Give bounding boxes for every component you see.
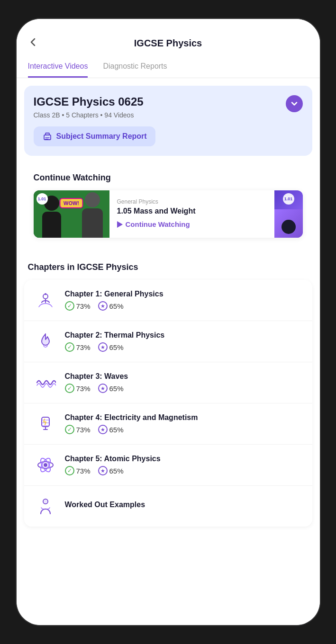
chapter-1-info: Chapter 1: General Physics ✓ 73% ★ 65% — [65, 290, 303, 311]
play-icon — [117, 221, 123, 228]
chapter-3-stats: ✓ 73% ★ 65% — [65, 384, 303, 393]
screen-content: IGCSE Physics Interactive Videos Diagnos… — [17, 19, 320, 625]
star-icon: ★ — [98, 301, 108, 311]
right-badge: 1.01 — [283, 193, 294, 205]
star-icon: ★ — [98, 384, 108, 393]
summary-report-label: Subject Summary Report — [56, 132, 147, 141]
video-title: 1.05 Mass and Weight — [117, 207, 267, 215]
chapter-item[interactable]: Chapter 1: General Physics ✓ 73% ★ 65% — [24, 280, 312, 321]
worked-examples-info: Worked Out Examples — [65, 501, 303, 512]
chapter-4-info: Chapter 4: Electricity and Magnetism ✓ 7… — [65, 413, 303, 434]
completion-stat: ✓ 73% — [65, 466, 91, 475]
chapter-3-icon — [34, 371, 57, 394]
video-badge: 1.01 — [36, 193, 48, 205]
chapter-1-stats: ✓ 73% ★ 65% — [65, 301, 303, 311]
check-icon: ✓ — [65, 342, 74, 352]
completion-stat: ✓ 73% — [65, 301, 91, 311]
course-dropdown-button[interactable] — [286, 95, 303, 112]
star-icon: ★ — [98, 342, 108, 352]
worked-examples-icon — [34, 494, 57, 518]
printer-icon — [42, 131, 53, 142]
page-title: IGCSE Physics — [134, 38, 202, 49]
chapter-4-icon — [34, 412, 57, 436]
star-icon: ★ — [98, 425, 108, 434]
chapter-4-stats: ✓ 73% ★ 65% — [65, 425, 303, 434]
completion-stat: ✓ 73% — [65, 384, 91, 393]
video-info: General Physics 1.05 Mass and Weight Con… — [109, 193, 274, 235]
tab-diagnostic-reports[interactable]: Diagnostic Reports — [103, 56, 167, 78]
continue-watching-section: Continue Watching — [24, 163, 312, 247]
score-stat: ★ 65% — [98, 384, 124, 393]
chapter-2-info: Chapter 2: Thermal Physics ✓ 73% ★ 65% — [65, 331, 303, 352]
score-stat: ★ 65% — [98, 466, 124, 475]
chapters-list: Chapter 1: General Physics ✓ 73% ★ 65% — [24, 280, 312, 527]
completion-stat: ✓ 73% — [65, 342, 91, 352]
chapter-1-icon — [34, 288, 57, 312]
svg-point-2 — [45, 293, 46, 295]
tabs-bar: Interactive Videos Diagnostic Reports — [17, 56, 320, 78]
chapter-3-name: Chapter 3: Waves — [65, 372, 303, 381]
video-thumbnail-right: 1.01 — [274, 190, 303, 238]
chapter-4-name: Chapter 4: Electricity and Magnetism — [65, 413, 303, 422]
phone-frame: IGCSE Physics Interactive Videos Diagnos… — [0, 0, 336, 644]
continue-watching-label: Continue Watching — [34, 173, 303, 183]
summary-report-button[interactable]: Subject Summary Report — [34, 126, 155, 146]
phone-screen: IGCSE Physics Interactive Videos Diagnos… — [17, 19, 320, 625]
course-header: IGCSE Physics 0625 Class 2B • 5 Chapters… — [34, 95, 303, 119]
check-icon: ✓ — [65, 384, 74, 393]
chapter-5-icon — [34, 453, 57, 477]
thumbnail-inner: WOW! 1.01 — [34, 190, 109, 238]
check-icon: ✓ — [65, 466, 74, 475]
video-thumbnail: WOW! 1.01 — [34, 190, 109, 238]
back-button[interactable] — [28, 37, 38, 50]
chapter-item[interactable]: Chapter 4: Electricity and Magnetism ✓ 7… — [24, 403, 312, 445]
chapters-section: Chapters in IGCSE Physics — [17, 251, 320, 527]
chapters-title: Chapters in IGCSE Physics — [24, 262, 312, 272]
chapter-5-stats: ✓ 73% ★ 65% — [65, 466, 303, 475]
chapter-1-name: Chapter 1: General Physics — [65, 290, 303, 298]
tab-interactive-videos[interactable]: Interactive Videos — [28, 56, 88, 78]
chapter-5-info: Chapter 5: Atomic Physics ✓ 73% ★ 65% — [65, 455, 303, 475]
chapter-5-name: Chapter 5: Atomic Physics — [65, 455, 303, 463]
chapter-item[interactable]: Chapter 3: Waves ✓ 73% ★ 65% — [24, 362, 312, 403]
score-stat: ★ 65% — [98, 425, 124, 434]
video-card[interactable]: WOW! 1.01 General Physics 1.05 Mass and … — [34, 190, 303, 238]
bottom-space — [17, 527, 320, 546]
chapter-2-stats: ✓ 73% ★ 65% — [65, 342, 303, 352]
continue-watching-button[interactable]: Continue Watching — [117, 220, 190, 228]
video-subject: General Physics — [117, 198, 267, 205]
chapter-item[interactable]: Chapter 5: Atomic Physics ✓ 73% ★ 65% — [24, 445, 312, 486]
chapter-item[interactable]: Worked Out Examples — [24, 486, 312, 527]
score-stat: ★ 65% — [98, 301, 124, 311]
course-info: IGCSE Physics 0625 Class 2B • 5 Chapters… — [34, 95, 144, 119]
header: IGCSE Physics — [17, 19, 320, 56]
chapter-2-name: Chapter 2: Thermal Physics — [65, 331, 303, 340]
course-meta: Class 2B • 5 Chapters • 94 Videos — [34, 111, 144, 119]
course-title: IGCSE Physics 0625 — [34, 95, 144, 108]
wow-badge: WOW! — [59, 198, 83, 208]
chapter-3-info: Chapter 3: Waves ✓ 73% ★ 65% — [65, 372, 303, 393]
check-icon: ✓ — [65, 425, 74, 434]
star-icon: ★ — [98, 466, 108, 475]
check-icon: ✓ — [65, 301, 74, 311]
chapter-2-icon — [34, 330, 57, 353]
chapter-item[interactable]: Chapter 2: Thermal Physics ✓ 73% ★ 65% — [24, 321, 312, 362]
course-card: IGCSE Physics 0625 Class 2B • 5 Chapters… — [24, 86, 312, 156]
svg-point-9 — [44, 500, 47, 503]
score-stat: ★ 65% — [98, 342, 124, 352]
completion-stat: ✓ 73% — [65, 425, 91, 434]
svg-point-4 — [44, 463, 47, 467]
worked-examples-name: Worked Out Examples — [65, 501, 303, 509]
